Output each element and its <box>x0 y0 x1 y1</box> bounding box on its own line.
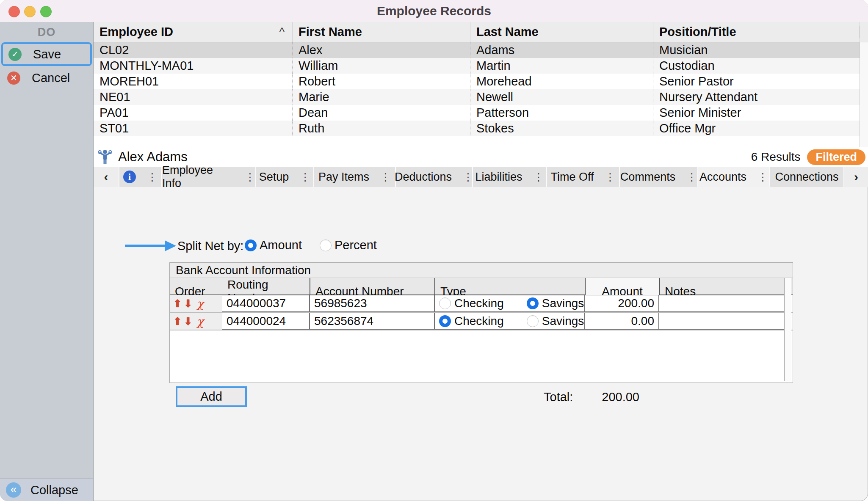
column-header-employee-id[interactable]: Employee ID ^ <box>94 22 293 42</box>
scroll-tabs-left-button[interactable]: ‹ <box>94 167 119 187</box>
add-account-button[interactable]: Add <box>176 386 247 407</box>
employee-id-cell: ST01 <box>94 121 293 136</box>
tab-menu-kebab-icon[interactable]: ⋮ <box>605 172 616 182</box>
radio-label: Checking <box>454 314 504 328</box>
radio-label: Amount <box>260 238 302 252</box>
bank-table-title: Bank Account Information <box>170 263 793 278</box>
employee-table-row[interactable]: MOREH01 Robert Morehead Senior Pastor <box>94 74 868 89</box>
employee-table-row[interactable]: CL02 Alex Adams Musician <box>94 42 868 58</box>
app-window: Employee Records DO ✓ Save ✕ Cancel « Co… <box>0 0 868 501</box>
notes-input[interactable] <box>659 313 785 330</box>
employee-person-icon <box>98 149 112 165</box>
collapse-chevrons-icon: « <box>6 482 21 498</box>
sidebar-header: DO <box>0 22 93 42</box>
bank-table-scrollbar[interactable] <box>784 278 791 381</box>
bank-account-row: ⬆ ⬇ χ 044000037 56985623 CheckingSavings… <box>170 295 793 313</box>
tab-menu-kebab-icon[interactable]: ⋮ <box>300 172 310 182</box>
total-value: 200.00 <box>584 390 639 404</box>
info-icon: i <box>123 171 136 183</box>
employee-table-row[interactable]: PA01 Dean Patterson Senior Minister <box>94 105 868 121</box>
employee-table-row[interactable]: MONTHLY-MA01 William Martin Custodian <box>94 58 868 74</box>
tab-info[interactable]: i⋮ <box>119 167 161 187</box>
employee-table-row[interactable]: NE01 Marie Newell Nursery Attendant <box>94 89 868 105</box>
tab-menu-kebab-icon[interactable]: ⋮ <box>245 172 255 182</box>
amount-input[interactable]: 200.00 <box>585 295 659 312</box>
routing-number-input[interactable]: 044000037 <box>222 295 310 312</box>
cancel-button-label: Cancel <box>32 71 70 85</box>
split-option-amount[interactable]: Amount <box>245 238 302 252</box>
tab-menu-kebab-icon[interactable]: ⋮ <box>147 172 158 182</box>
tab-menu-kebab-icon[interactable]: ⋮ <box>463 172 473 182</box>
last-name-cell: Adams <box>470 42 653 58</box>
percent-radio[interactable] <box>320 239 332 251</box>
radio-label: Checking <box>454 297 504 310</box>
move-down-icon[interactable]: ⬇ <box>184 316 193 327</box>
split-net-options: AmountPercent <box>245 238 377 252</box>
savings-radio[interactable] <box>527 315 539 327</box>
move-down-icon[interactable]: ⬇ <box>184 298 193 309</box>
tab-employee-info[interactable]: Employee Info⋮ <box>162 167 255 187</box>
tab-menu-kebab-icon[interactable]: ⋮ <box>757 172 768 182</box>
tab-accounts[interactable]: Accounts⋮ <box>698 167 769 187</box>
type-option-savings[interactable]: Savings <box>527 297 584 310</box>
tab-liabilities[interactable]: Liabilities⋮ <box>473 167 546 187</box>
scroll-tabs-right-button[interactable]: › <box>844 167 868 187</box>
tab-label: Employee Info <box>162 164 234 190</box>
tab-menu-kebab-icon[interactable]: ⋮ <box>534 172 544 182</box>
amount-input[interactable]: 0.00 <box>585 313 659 330</box>
action-sidebar: DO ✓ Save ✕ Cancel <box>0 22 94 479</box>
split-net-by-label: Split Net by: <box>177 239 243 253</box>
account-number-input[interactable]: 56985623 <box>310 295 434 312</box>
column-header-position-title[interactable]: Position/Title <box>653 22 860 42</box>
employee-id-cell: MOREH01 <box>94 74 293 89</box>
column-header-first-name[interactable]: First Name <box>293 22 470 42</box>
routing-number-input[interactable]: 044000024 <box>222 313 310 330</box>
first-name-cell: Dean <box>293 105 470 121</box>
employee-id-cell: CL02 <box>94 42 293 58</box>
delete-row-icon[interactable]: χ <box>197 298 204 309</box>
position-title-cell: Musician <box>653 42 860 58</box>
employee-table-row[interactable]: ST01 Ruth Stokes Office Mgr <box>94 121 868 136</box>
position-title-cell: Senior Minister <box>653 105 860 121</box>
order-cell: ⬆ ⬇ χ <box>170 313 222 330</box>
tab-connections[interactable]: Connections <box>770 167 843 187</box>
employee-table-scrollbar[interactable] <box>860 42 868 147</box>
checking-radio[interactable] <box>439 315 451 327</box>
checking-radio[interactable] <box>439 297 451 309</box>
save-button[interactable]: ✓ Save <box>1 42 92 66</box>
column-header-last-name[interactable]: Last Name <box>470 22 653 42</box>
split-option-percent[interactable]: Percent <box>320 238 377 252</box>
type-option-checking[interactable]: Checking <box>439 314 504 328</box>
check-icon: ✓ <box>8 48 22 61</box>
total-label: Total: <box>544 390 573 404</box>
move-up-icon[interactable]: ⬆ <box>173 316 182 327</box>
bank-table-body: ⬆ ⬇ χ 044000037 56985623 CheckingSavings… <box>170 295 793 330</box>
back-chevron-icon: ‹ <box>104 170 108 184</box>
type-option-savings[interactable]: Savings <box>527 314 584 328</box>
employee-id-cell: MONTHLY-MA01 <box>94 58 293 74</box>
selected-employee-name: Alex Adams <box>118 149 188 165</box>
save-button-label: Save <box>33 47 61 61</box>
cancel-button[interactable]: ✕ Cancel <box>0 66 93 90</box>
account-number-input[interactable]: 562356874 <box>310 313 434 330</box>
collapse-sidebar-button[interactable]: « Collapse <box>0 479 94 501</box>
tab-menu-kebab-icon[interactable]: ⋮ <box>686 172 697 182</box>
move-up-icon[interactable]: ⬆ <box>173 298 182 309</box>
record-tab-bar: ‹i⋮Employee Info⋮Setup⋮Pay Items⋮Deducti… <box>94 167 868 187</box>
filtered-badge[interactable]: Filtered <box>807 149 865 165</box>
tab-pay-items[interactable]: Pay Items⋮ <box>314 167 395 187</box>
tab-setup[interactable]: Setup⋮ <box>256 167 313 187</box>
tab-label: Liabilities <box>475 171 522 184</box>
tab-time-off[interactable]: Time Off⋮ <box>547 167 619 187</box>
column-resize-handle[interactable] <box>860 26 860 38</box>
amount-radio[interactable] <box>245 239 257 251</box>
bank-account-row: ⬆ ⬇ χ 044000024 562356874 CheckingSaving… <box>170 313 793 330</box>
savings-radio[interactable] <box>527 297 539 309</box>
tab-comments[interactable]: Comments⋮ <box>620 167 697 187</box>
tab-menu-kebab-icon[interactable]: ⋮ <box>380 172 391 182</box>
type-option-checking[interactable]: Checking <box>439 297 504 310</box>
forward-chevron-icon: › <box>854 170 858 184</box>
tab-deductions[interactable]: Deductions⋮ <box>396 167 472 187</box>
notes-input[interactable] <box>659 295 785 312</box>
delete-row-icon[interactable]: χ <box>197 316 204 327</box>
